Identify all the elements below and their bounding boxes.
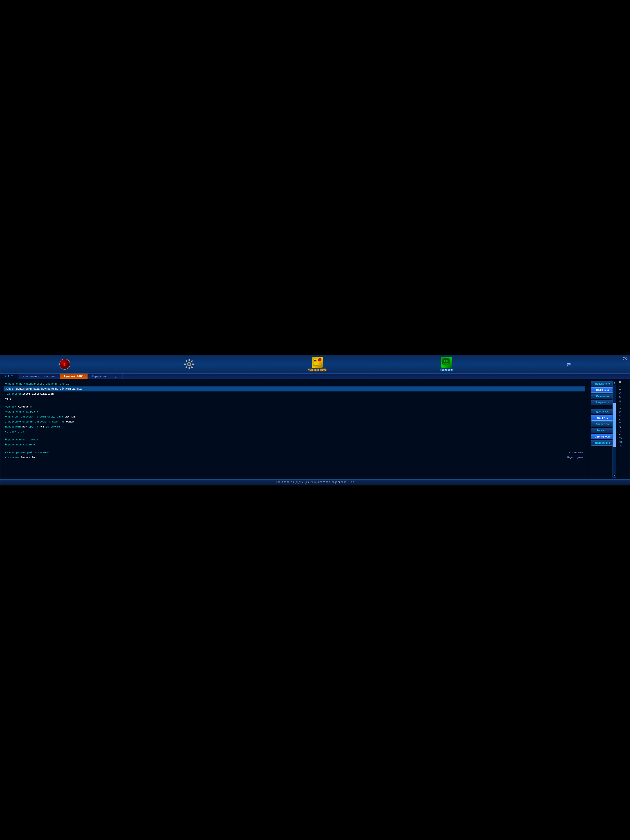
shortcut-re: Re [618,388,629,391]
option-zapretit[interactable]: Запретить [591,422,614,427]
scroll-down-arrow[interactable]: ▼ [614,474,615,477]
scroll-thumb [613,403,616,447]
svg-rect-8 [185,366,188,368]
menu-item-exec-disable[interactable]: Запрет исполнения кода программ из облас… [3,387,584,392]
footer-bar: Все права защищены (C) 2014 American Meg… [0,479,630,485]
svg-rect-9 [191,366,193,368]
peripheral-icon [441,357,452,368]
shortcut-enter: En [618,411,629,414]
svg-rect-24 [444,366,448,366]
shortcut-ti: ти [618,396,629,399]
menu-item-virt[interactable]: Технология Intel Virtualization [3,392,584,396]
menu-item-lan-pxe[interactable]: Опции для загрузки по сети средствами LA… [3,414,584,419]
shortcut-plusminus: +/- [618,414,629,417]
scroll-up-arrow[interactable]: ▲ [614,381,615,385]
menu-item-cpu-id[interactable]: Ограничение максимального значения CPU I… [3,382,584,387]
option-nedostupno[interactable]: Недоступно [591,440,614,445]
bios-window: ◎ [0,355,630,485]
icon-speedometer[interactable]: ◎ [59,359,70,369]
status-row-secure-boot: Состояние Secure Boot Недоступно [3,455,584,460]
svg-rect-5 [192,363,194,365]
menu-item-netstack[interactable]: Сетевой стек [3,429,584,434]
menu-item-admin-pass[interactable]: Пароль Администратора [3,437,584,442]
brand-partial: Co [622,357,628,361]
status-row-sys-mode: Статус режима работы системы Установки [3,450,584,455]
svg-rect-22 [446,361,447,362]
peripheral-label: Периферия [440,368,453,371]
menu-item-user-pass[interactable]: Пароль пользователя [3,442,584,447]
left-panel: Ограничение максимального значения CPU I… [0,379,588,479]
shortcut-bu: бу [618,399,629,403]
shortcut-f10: F10 [618,437,629,440]
status-label-sys-mode: Статус режима работы системы [5,451,49,454]
status-value-secure-boot: Недоступно [567,456,583,459]
footer-text: Все права защищены (C) 2014 American Meg… [276,481,354,484]
option-uefi-i[interactable]: UEFI и ... [591,415,614,421]
svg-rect-4 [184,363,186,365]
svg-rect-12 [314,360,316,362]
shortcut-f9: F9 [618,433,629,436]
shortcut-f8: F8 [618,429,629,433]
gear-icon [184,359,194,369]
book-chip-icon: ! [312,357,323,368]
tab-more[interactable]: уп [111,374,123,379]
option-drugaya-os[interactable]: Другая ОС [591,409,614,414]
option-vyklucheno[interactable]: Выключено [591,381,614,387]
shortcut-xd: XD [618,392,629,395]
option-razreshit[interactable]: Разрешить [591,400,614,405]
svg-point-1 [188,363,190,365]
scrollbar[interactable]: ▲ ▼ [613,381,616,478]
option-vklucheno1[interactable]: Включено [591,387,614,393]
menu-item-rom-pci[interactable]: Приоритеты ROM других PCI-устройств [3,425,584,429]
svg-rect-23 [445,365,447,366]
svg-rect-19 [444,360,445,361]
shortcut-co: Co [618,381,629,384]
svg-rect-21 [444,361,445,362]
shortcut-f5: F5 [618,422,629,425]
option-uefi-oprom[interactable]: UEFI OpROM [591,434,614,439]
icon-settings[interactable] [184,359,194,369]
option-vklucheno2[interactable]: Включено [591,393,614,399]
icon-bios-functions[interactable]: ! Функций BIOS [308,357,326,371]
shortcut-f12: F12 [618,441,629,444]
shortcut-f1: F1 [618,418,629,421]
status-label-secure-boot: Состояние Secure Boot [5,456,38,459]
icon-peripheral[interactable]: Периферия [440,357,453,371]
menu-item-vtd[interactable]: VT-d [3,396,584,401]
menu-item-oprom[interactable]: Управление опциями загрузки и политики O… [3,419,584,425]
svg-rect-20 [446,360,447,361]
svg-text:!: ! [319,359,321,361]
scroll-track [613,385,616,474]
bios-functions-label: Функций BIOS [308,368,326,371]
tab-mit[interactable]: M.I.T. [0,374,19,379]
shortcut-sp: SP [618,384,629,387]
tab-peripheral[interactable]: Периферия [88,374,111,379]
tab-bar: M.I.T. Информация о системе Функций BIOS… [0,374,630,379]
speedometer-icon: ◎ [59,359,70,369]
svg-rect-3 [188,367,190,369]
option-tolko[interactable]: Только ... [591,428,614,433]
menu-item-boot-filter[interactable]: Фильтр опции загрузки [3,409,584,414]
icon-more[interactable]: уп [567,363,571,366]
shortcut-fai: FAI [618,444,629,447]
right-options-panel: Выключено Включено Включено Разрешить Др… [588,379,617,479]
shortcut-f7: F7 [618,426,629,429]
svg-rect-7 [191,360,193,362]
menu-item-win8[interactable]: Функции Windows 8 [3,404,584,409]
top-icon-bar: ◎ [0,355,630,374]
svg-rect-6 [185,360,188,362]
svg-rect-2 [188,359,190,361]
shortcut-arrows: →← [618,403,629,406]
svg-rect-14 [317,361,319,361]
status-value-sys-mode: Установки [569,451,583,454]
tab-system-info[interactable]: Информация о системе [19,374,60,379]
tab-bios-functions[interactable]: Функций BIOS [60,374,88,379]
right-shortcut-panel: Co SP Re XD ти бу →← пу En +/- F1 F5 F7 … [617,379,630,479]
more-label: уп [567,363,571,366]
main-area: Ограничение максимального значения CPU I… [0,379,630,479]
shortcut-pu: пу [618,407,629,410]
